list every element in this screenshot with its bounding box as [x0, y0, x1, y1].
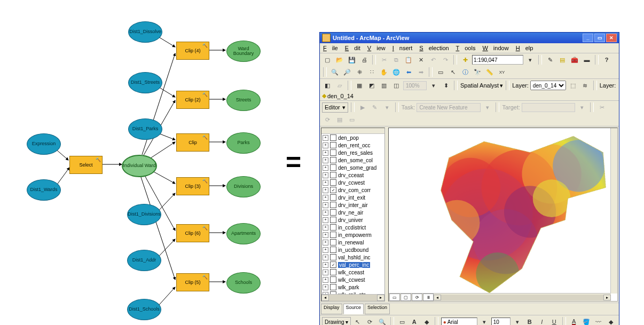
zoom-out-icon[interactable]: 🔎	[342, 67, 352, 77]
expand-icon[interactable]: +	[323, 187, 328, 193]
toc-item[interactable]: +den_some_col	[321, 156, 384, 164]
layer-props-icon[interactable]: ▦	[354, 80, 365, 91]
expand-icon[interactable]: +	[323, 247, 328, 253]
expand-icon[interactable]: +	[323, 180, 328, 186]
layer-checkbox[interactable]	[330, 202, 336, 208]
measure-icon[interactable]: 📏	[484, 67, 495, 77]
layer-checkbox[interactable]	[330, 254, 336, 260]
pan-icon[interactable]: ✋	[379, 67, 389, 77]
toc-item[interactable]: +in_empowerm	[321, 231, 384, 239]
help-icon[interactable]: ?	[601, 54, 612, 65]
menu-tools[interactable]: Tools	[455, 45, 475, 51]
toc-item[interactable]: +den_some_grad	[321, 164, 384, 171]
layer-checkbox[interactable]	[330, 247, 336, 253]
zoom-in-icon[interactable]: 🔍	[329, 67, 340, 77]
close-button[interactable]: ✕	[606, 34, 617, 42]
font-size-input[interactable]: 10	[491, 318, 511, 326]
toc-hscroll[interactable]: ◂ ▸	[321, 294, 384, 301]
size-dropdown-icon[interactable]: ▾	[512, 316, 523, 325]
edit-tool-icon[interactable]: ▶	[357, 102, 368, 113]
drawing-dropdown[interactable]: Drawing ▾	[322, 317, 351, 326]
toc-item[interactable]: +drv_cceast	[321, 171, 384, 179]
font-dropdown-icon[interactable]: ▾	[479, 316, 490, 325]
layer-label[interactable]: in_ccdistrict	[338, 225, 366, 231]
layer-checkbox[interactable]	[330, 284, 336, 290]
split-icon[interactable]: ✂	[596, 102, 607, 113]
layer-label[interactable]: den_some_col	[338, 157, 373, 163]
layer-label[interactable]: drv_ccwest	[338, 180, 365, 186]
find-icon[interactable]: 🔭	[472, 67, 483, 77]
toc-item[interactable]: +den_rent_occ	[321, 141, 384, 149]
expand-icon[interactable]: +	[323, 172, 328, 178]
layer-checkbox[interactable]	[330, 172, 336, 178]
toc-item[interactable]: +wlk_cceast	[321, 268, 384, 276]
toolbox-icon[interactable]: 🧰	[569, 54, 580, 65]
select-features-icon[interactable]: ▭	[435, 67, 446, 77]
toc-item[interactable]: +wlk_ccwest	[321, 276, 384, 283]
menu-insert[interactable]: Insert	[392, 45, 413, 51]
contour-icon[interactable]: ≋	[580, 80, 591, 91]
sketch-props-icon[interactable]: ▭	[347, 114, 357, 125]
zoom-to-selected-icon[interactable]: 🔍	[377, 316, 388, 325]
layer-checkbox[interactable]	[330, 194, 336, 201]
expand-icon[interactable]: +	[323, 157, 328, 163]
layer-label[interactable]: wlk_park	[338, 284, 359, 290]
layer-checkbox[interactable]	[330, 239, 336, 245]
layer-label[interactable]: den_some_grad	[338, 165, 376, 171]
layer-checkbox[interactable]	[330, 269, 336, 275]
xy-icon[interactable]: XY	[497, 67, 507, 77]
identify-icon[interactable]: ⓘ	[460, 67, 470, 77]
layer-checkbox[interactable]	[330, 134, 336, 141]
fixed-zoom-in-icon[interactable]: ⁜	[354, 67, 365, 77]
layer-checkbox[interactable]	[330, 157, 336, 163]
layout-view-tab[interactable]: ▢	[400, 294, 411, 301]
layer-checkbox[interactable]	[330, 149, 336, 156]
toc-item[interactable]: +drv_com_corr	[321, 186, 384, 194]
layer-checkbox[interactable]	[330, 164, 336, 171]
fill-color-icon[interactable]: 🪣	[581, 316, 592, 325]
expand-icon[interactable]: +	[323, 210, 328, 216]
scale-input[interactable]: 1:190,047	[472, 55, 523, 65]
save-icon[interactable]: 💾	[347, 54, 357, 65]
paste-icon[interactable]: 📋	[403, 54, 414, 65]
spatial-analyst-dropdown[interactable]: Spatial Analyst ▾	[460, 82, 503, 89]
expand-icon[interactable]: +	[323, 232, 328, 238]
clear-selected-icon[interactable]: ▱	[334, 80, 345, 91]
expand-icon[interactable]: +	[323, 255, 328, 260]
editor-dropdown[interactable]: Editor ▾	[322, 102, 348, 113]
selectable-layers-icon[interactable]: ◧	[322, 80, 333, 91]
toc-item[interactable]: +in_ccdistrict	[321, 224, 384, 231]
marker-color-icon[interactable]: ◆	[606, 316, 616, 325]
menu-file[interactable]: File	[323, 45, 338, 51]
target-dropdown-icon[interactable]: ▾	[577, 102, 587, 113]
open-icon[interactable]: 📂	[334, 54, 345, 65]
delete-icon[interactable]: ✕	[415, 54, 426, 65]
expand-icon[interactable]: +	[323, 284, 328, 290]
new-icon[interactable]: ▢	[322, 54, 333, 65]
toc-tab-source[interactable]: Source	[343, 304, 364, 314]
copy-icon[interactable]: ⧉	[391, 54, 402, 65]
line-color-icon[interactable]: 〰	[593, 316, 604, 325]
spin-icon[interactable]: ▾	[428, 80, 439, 91]
layer-label[interactable]: drv_inter_air	[338, 202, 368, 208]
edit-vertices-icon[interactable]: ◆	[421, 316, 432, 325]
undo-icon[interactable]: ↶	[428, 54, 438, 65]
layer-label[interactable]: drv_cceast	[338, 172, 364, 178]
layer-checkbox[interactable]	[330, 179, 336, 186]
command-line-icon[interactable]: ▬	[582, 54, 592, 65]
menu-selection[interactable]: Selection	[419, 45, 449, 51]
raster-calc-icon[interactable]: ⬚	[568, 80, 578, 91]
sketch-tool-icon[interactable]: ✎	[370, 102, 380, 113]
menu-view[interactable]: View	[367, 45, 386, 51]
layer-checkbox[interactable]	[330, 224, 336, 231]
expand-icon[interactable]: +	[323, 240, 328, 245]
expand-icon[interactable]: +	[323, 202, 328, 208]
layer-label[interactable]: den_pop	[338, 135, 359, 141]
layer-checkbox[interactable]	[330, 276, 336, 283]
toc-item[interactable]: +drv_ccwest	[321, 179, 384, 186]
expand-icon[interactable]: +	[323, 225, 328, 231]
expand-icon[interactable]: +	[323, 277, 328, 283]
toc-item[interactable]: +den_pop	[321, 134, 384, 141]
layer-checkbox[interactable]	[330, 187, 336, 193]
toc-item[interactable]: +drv_inter_air	[321, 201, 384, 209]
